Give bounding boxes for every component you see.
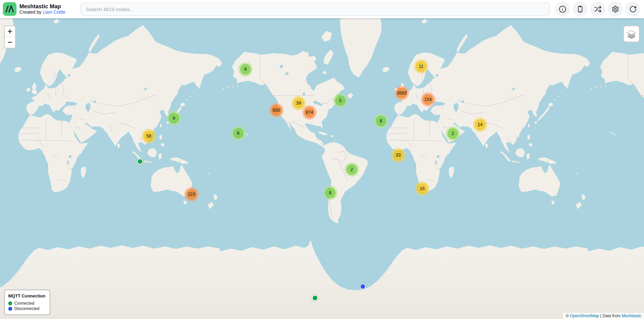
author-link[interactable]: Liam Cottle: [42, 10, 65, 15]
gear-icon: [612, 5, 619, 13]
page-title: Meshtastic Map: [20, 3, 66, 10]
mqtt-legend: MQTT Connection Connected Disconnected: [4, 290, 50, 315]
cluster-count: 16: [417, 183, 428, 194]
cluster-count: 6: [233, 128, 244, 139]
zoom-control: + −: [4, 25, 16, 48]
cluster-count: 874: [304, 107, 315, 118]
cluster-count: 9: [240, 64, 251, 75]
smartphone-icon: [576, 5, 584, 13]
node-cluster-marker[interactable]: 154: [421, 92, 435, 107]
node-cluster-marker[interactable]: 8: [323, 186, 338, 200]
subtitle-prefix: Created by: [20, 10, 41, 15]
legend-label: Disconnected: [14, 307, 39, 311]
disconnected-dot-icon: [8, 307, 12, 311]
node-cluster-marker[interactable]: 9: [167, 111, 181, 125]
search-input[interactable]: [80, 2, 550, 16]
legend-label: Connected: [14, 301, 34, 305]
node-cluster-marker[interactable]: 33: [391, 148, 406, 162]
cluster-count: 11: [416, 61, 426, 72]
cluster-count: 223: [186, 189, 197, 200]
node-cluster-marker[interactable]: 6: [231, 126, 246, 140]
cluster-count: 2: [448, 128, 458, 139]
connected-dot-icon: [8, 301, 12, 305]
zoom-in-button[interactable]: +: [5, 26, 15, 37]
cluster-count: 8: [325, 188, 336, 198]
info-icon: [559, 5, 566, 13]
node-marker-disconnected[interactable]: [360, 283, 366, 289]
cluster-count: 9: [168, 113, 179, 124]
meshtastic-map-app: 911269315439650874581429586332168223 Mes…: [0, 0, 644, 319]
node-cluster-marker[interactable]: 650: [269, 103, 284, 117]
info-button[interactable]: [555, 1, 570, 16]
node-marker-connected[interactable]: [312, 295, 318, 301]
openstreetmap-link[interactable]: OpenStreetMap: [570, 314, 599, 318]
refresh-icon: [629, 5, 637, 13]
node-cluster-marker[interactable]: 223: [184, 187, 199, 202]
header-buttons: [555, 1, 640, 16]
refresh-button[interactable]: [625, 1, 640, 16]
node-cluster-marker[interactable]: 58: [142, 129, 156, 143]
app-header: Meshtastic Map Created by Liam Cottle: [0, 0, 644, 18]
node-cluster-marker[interactable]: 8: [374, 114, 388, 128]
meshtastic-logo-icon: [3, 2, 16, 16]
node-cluster-marker[interactable]: 874: [302, 105, 316, 120]
node-cluster-marker[interactable]: 9: [238, 62, 253, 76]
cluster-count: 154: [422, 94, 434, 105]
map-canvas[interactable]: 911269315439650874581429586332168223: [0, 0, 644, 319]
node-cluster-marker[interactable]: 2: [345, 162, 359, 177]
cluster-count: 2693: [396, 88, 407, 98]
map-attribution: © OpenStreetMap | Data from Meshtastic: [563, 313, 644, 319]
legend-item-connected: Connected: [8, 301, 46, 305]
node-cluster-marker[interactable]: 14: [473, 117, 487, 132]
cluster-count: 39: [293, 98, 304, 108]
node-marker-connected[interactable]: [137, 158, 143, 164]
layers-control[interactable]: [623, 25, 640, 42]
attribution-separator: | Data from: [600, 314, 620, 318]
cluster-count: 2: [346, 164, 357, 175]
settings-button[interactable]: [608, 1, 623, 16]
cluster-count: 650: [271, 105, 282, 116]
subtitle: Created by Liam Cottle: [20, 10, 66, 15]
node-cluster-marker[interactable]: 2693: [394, 86, 409, 100]
random-node-button[interactable]: [590, 1, 605, 16]
brand: Meshtastic Map Created by Liam Cottle: [3, 2, 66, 16]
copyright-symbol: ©: [566, 314, 569, 318]
zoom-out-button[interactable]: −: [5, 37, 15, 48]
meshtastic-link[interactable]: Meshtastic: [622, 314, 642, 318]
mobile-app-button[interactable]: [572, 1, 588, 16]
node-cluster-marker[interactable]: 5: [333, 93, 348, 108]
legend-title: MQTT Connection: [8, 294, 46, 299]
world-map-tiles: [0, 0, 644, 319]
cluster-count: 5: [335, 95, 346, 106]
node-cluster-marker[interactable]: 16: [415, 181, 430, 196]
cluster-count: 8: [376, 116, 386, 126]
node-cluster-marker[interactable]: 11: [414, 59, 428, 74]
node-cluster-marker[interactable]: 2: [446, 126, 460, 141]
layers-icon: [626, 28, 637, 39]
shuffle-icon: [594, 5, 602, 13]
cluster-count: 33: [393, 150, 404, 161]
cluster-count: 58: [144, 131, 154, 142]
cluster-count: 14: [475, 119, 486, 130]
legend-item-disconnected: Disconnected: [8, 307, 46, 311]
